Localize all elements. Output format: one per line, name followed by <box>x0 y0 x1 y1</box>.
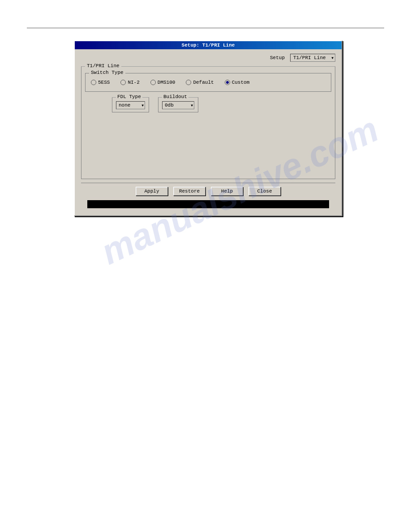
content-area <box>85 116 331 174</box>
radio-label-custom: Custom <box>232 80 250 85</box>
switch-type-label: Switch Type <box>89 70 125 75</box>
dialog-title: Setup: T1/PRI Line <box>182 43 235 48</box>
radio-label-default: Default <box>193 80 214 85</box>
radio-circle-default <box>186 80 191 85</box>
fdl-buildout-row: FDL Type none ansi att Buildout <box>112 97 331 112</box>
fdl-type-dropdown[interactable]: none ansi att <box>116 101 145 109</box>
radio-circle-dms100 <box>150 80 156 85</box>
t1pri-group-box: T1/PRI Line Switch Type 5ESS NI-2 <box>81 66 335 179</box>
buildout-dropdown-wrapper[interactable]: 0db -7.5db -15db -22.5db <box>162 101 194 109</box>
page: Setup: T1/PRI Line Setup T1/PRI Line Oth… <box>0 0 411 532</box>
setup-dropdown[interactable]: T1/PRI Line Other <box>290 54 335 62</box>
fdl-type-label: FDL Type <box>116 94 142 99</box>
radio-ni2[interactable]: NI-2 <box>120 80 139 85</box>
fdl-type-dropdown-wrapper[interactable]: none ansi att <box>116 101 145 109</box>
radio-5ess[interactable]: 5ESS <box>91 80 110 85</box>
dialog-window: Setup: T1/PRI Line Setup T1/PRI Line Oth… <box>74 40 342 216</box>
radio-circle-5ess <box>91 80 96 85</box>
switch-type-box: Switch Type 5ESS NI-2 <box>85 73 331 92</box>
radio-default[interactable]: Default <box>186 80 214 85</box>
radio-dms100[interactable]: DMS100 <box>150 80 176 85</box>
apply-button[interactable]: Apply <box>136 187 168 196</box>
fdl-type-group: FDL Type none ansi att <box>112 97 149 112</box>
radio-custom[interactable]: Custom <box>225 80 250 85</box>
dialog-titlebar: Setup: T1/PRI Line <box>75 41 342 49</box>
setup-row: Setup T1/PRI Line Other <box>81 54 335 62</box>
radio-circle-custom <box>225 80 230 85</box>
radio-label-ni2: NI-2 <box>128 80 139 85</box>
help-button[interactable]: Help <box>211 187 243 196</box>
dialog-body: Setup T1/PRI Line Other T1/PRI Line Swit… <box>75 49 342 215</box>
buildout-label: Buildout <box>162 94 188 99</box>
radio-label-dms100: DMS100 <box>158 80 176 85</box>
setup-label: Setup <box>270 55 285 60</box>
buildout-dropdown[interactable]: 0db -7.5db -15db -22.5db <box>162 101 194 109</box>
close-button[interactable]: Close <box>248 187 281 196</box>
top-rule <box>27 28 384 28</box>
t1pri-group-label: T1/PRI Line <box>85 63 121 69</box>
status-bar <box>87 200 329 208</box>
setup-dropdown-wrapper[interactable]: T1/PRI Line Other <box>290 54 335 62</box>
dialog-footer: Apply Restore Help Close <box>81 183 335 200</box>
buildout-group: Buildout 0db -7.5db -15db -22.5db <box>158 97 198 112</box>
restore-button[interactable]: Restore <box>173 187 206 196</box>
radio-row: 5ESS NI-2 DMS100 Default <box>89 77 327 88</box>
radio-label-5ess: 5ESS <box>98 80 110 85</box>
radio-circle-ni2 <box>120 80 126 85</box>
